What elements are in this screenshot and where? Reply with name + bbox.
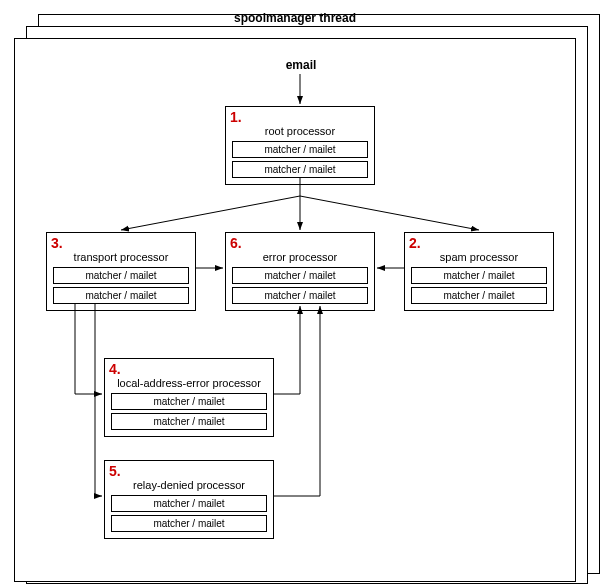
node-local-address-error: 4. local-address-error processor matcher… [104, 358, 274, 437]
mailet-slot: matcher / mailet [232, 141, 368, 158]
node-number: 4. [109, 361, 121, 377]
mailet-slot: matcher / mailet [111, 495, 267, 512]
node-transport: 3. transport processor matcher / mailet … [46, 232, 196, 311]
diagram-canvas: spoolmanager thread email 1. root proces… [0, 0, 610, 586]
node-relay-denied: 5. relay-denied processor matcher / mail… [104, 460, 274, 539]
node-root: 1. root processor matcher / mailet match… [225, 106, 375, 185]
node-title: error processor [232, 251, 368, 263]
node-number: 1. [230, 109, 242, 125]
node-number: 5. [109, 463, 121, 479]
node-error: 6. error processor matcher / mailet matc… [225, 232, 375, 311]
email-label: email [276, 58, 326, 72]
mailet-slot: matcher / mailet [111, 413, 267, 430]
mailet-slot: matcher / mailet [111, 393, 267, 410]
node-title: local-address-error processor [111, 377, 267, 389]
mailet-slot: matcher / mailet [111, 515, 267, 532]
node-spam: 2. spam processor matcher / mailet match… [404, 232, 554, 311]
mailet-slot: matcher / mailet [53, 267, 189, 284]
node-title: root processor [232, 125, 368, 137]
node-number: 6. [230, 235, 242, 251]
mailet-slot: matcher / mailet [232, 161, 368, 178]
node-title: transport processor [53, 251, 189, 263]
mailet-slot: matcher / mailet [232, 287, 368, 304]
thread-title: spoolmanager thread [15, 11, 575, 25]
node-title: relay-denied processor [111, 479, 267, 491]
mailet-slot: matcher / mailet [411, 267, 547, 284]
node-title: spam processor [411, 251, 547, 263]
node-number: 3. [51, 235, 63, 251]
mailet-slot: matcher / mailet [232, 267, 368, 284]
mailet-slot: matcher / mailet [411, 287, 547, 304]
mailet-slot: matcher / mailet [53, 287, 189, 304]
node-number: 2. [409, 235, 421, 251]
